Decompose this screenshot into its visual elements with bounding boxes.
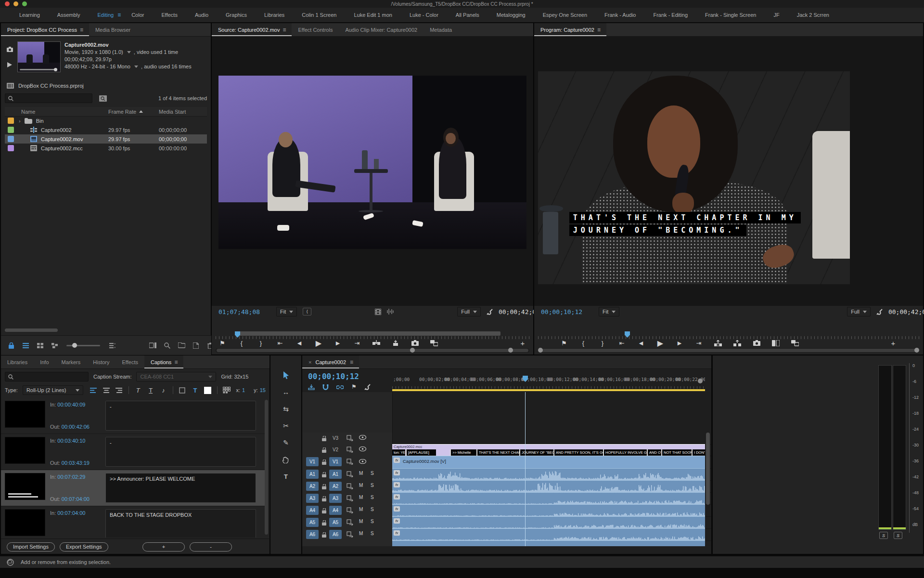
align-right-icon[interactable] bbox=[114, 385, 124, 395]
fraction-display-icon[interactable]: ⟨ bbox=[303, 308, 311, 315]
play-icon[interactable]: ▶ bbox=[315, 339, 322, 348]
solo-button[interactable]: S bbox=[371, 471, 374, 476]
disclosure-icon[interactable]: › bbox=[19, 118, 21, 124]
caption-segment[interactable]: THAT'S THE NEXT CHAP bbox=[476, 449, 520, 456]
close-window-button[interactable] bbox=[5, 1, 10, 6]
project-writable-icon[interactable] bbox=[6, 341, 16, 350]
program-zoom-select[interactable]: Fit bbox=[599, 307, 619, 316]
overwrite-icon[interactable] bbox=[392, 340, 399, 346]
workspace-libraries[interactable]: Libraries bbox=[258, 12, 296, 18]
workspace-color[interactable]: Color bbox=[126, 12, 155, 18]
caption-segment[interactable]: AND OT bbox=[647, 449, 662, 456]
source-timecode[interactable]: 01;07;48;08 bbox=[218, 308, 260, 315]
workspace-graphics[interactable]: Graphics bbox=[220, 12, 258, 18]
solo-button[interactable]: S bbox=[371, 519, 374, 524]
caption-out-time[interactable]: 00:03:43:19 bbox=[62, 460, 90, 466]
track-lock-icon[interactable] bbox=[321, 495, 327, 502]
selection-tool[interactable] bbox=[280, 370, 292, 381]
ripple-edit-tool[interactable]: ⇆ bbox=[280, 404, 292, 414]
tab-sequence[interactable]: × Capture0002 ≡ bbox=[302, 355, 359, 368]
tab-libraries[interactable]: Libraries bbox=[1, 355, 34, 368]
find-icon[interactable] bbox=[162, 341, 172, 350]
caption-segment[interactable]: ton: YE bbox=[392, 449, 405, 456]
panel-menu-icon[interactable]: ≡ bbox=[80, 26, 83, 33]
caption-text-input[interactable]: >> Announcer: PLEASE WELCOME bbox=[105, 473, 256, 503]
background-color-icon[interactable] bbox=[177, 385, 188, 395]
tab-project[interactable]: Project: DropBox CC Process ≡ bbox=[1, 23, 89, 36]
track-lock-icon[interactable] bbox=[321, 447, 327, 453]
go-to-out-icon[interactable]: ⇥ bbox=[353, 340, 361, 347]
source-patch-a5[interactable]: A5 bbox=[306, 518, 319, 527]
mute-button[interactable]: M bbox=[359, 483, 363, 488]
caption-segment[interactable]: HOPEFULLY INVOLVE GRA bbox=[603, 449, 648, 456]
label-swatch[interactable] bbox=[8, 136, 14, 142]
table-row-selected[interactable]: Capture0002.mov 29.97 fps 00;00;00;00 bbox=[5, 134, 207, 144]
caption-in-time[interactable]: 00:07:02:29 bbox=[57, 474, 85, 480]
track-v2[interactable]: V2 Capture0002.mcc ton: YE [APPLAUSE] >>… bbox=[302, 444, 711, 456]
add-marker-icon[interactable]: ⚑ bbox=[218, 340, 226, 347]
audio-clip-a5[interactable]: fx bbox=[392, 516, 705, 529]
new-bin-icon[interactable] bbox=[176, 341, 187, 350]
label-swatch[interactable] bbox=[8, 118, 14, 124]
source-patch-a3[interactable]: A3 bbox=[306, 494, 319, 503]
solo-button[interactable]: S bbox=[371, 483, 374, 488]
tab-history[interactable]: History bbox=[87, 355, 116, 368]
audio-clip-a2[interactable]: fx bbox=[392, 480, 705, 493]
label-swatch[interactable] bbox=[8, 127, 14, 133]
solo-button[interactable]: S bbox=[371, 507, 374, 512]
tab-info[interactable]: Info bbox=[34, 355, 55, 368]
workspace-learning[interactable]: Learning bbox=[13, 12, 51, 18]
zoom-window-button[interactable] bbox=[22, 1, 27, 6]
track-a4[interactable]: A4 A4 M S fx bbox=[302, 504, 711, 517]
track-lock-icon[interactable] bbox=[321, 519, 327, 526]
caption-segment[interactable]: >> Michelle bbox=[450, 449, 477, 456]
insert-overwrite-sequences-icon[interactable] bbox=[308, 384, 315, 390]
source-patch-a1[interactable]: A1 bbox=[306, 470, 319, 479]
go-to-out-icon[interactable]: ⇥ bbox=[695, 340, 703, 347]
caption-in-time[interactable]: 00:03:40:10 bbox=[57, 438, 85, 444]
wrench-icon[interactable] bbox=[487, 309, 493, 315]
tab-captions[interactable]: Captions ≡ bbox=[144, 355, 183, 368]
track-a2[interactable]: A2 A2 M S fx bbox=[302, 480, 711, 493]
sync-lock-icon[interactable] bbox=[346, 446, 353, 453]
sort-icons-icon[interactable] bbox=[107, 341, 117, 350]
column-name[interactable]: Name bbox=[21, 109, 108, 115]
table-row[interactable]: Capture0002 29.97 fps 00;00;00;00 bbox=[5, 125, 207, 134]
track-lock-icon[interactable] bbox=[321, 531, 327, 538]
sync-lock-icon[interactable] bbox=[346, 434, 353, 441]
track-name[interactable]: A1 bbox=[329, 470, 342, 479]
wrench-icon[interactable] bbox=[876, 309, 883, 315]
caption-in-time[interactable]: 00:00:40:09 bbox=[57, 402, 85, 407]
export-frame-icon[interactable] bbox=[753, 340, 760, 346]
caption-position-grid-icon[interactable] bbox=[221, 385, 232, 395]
track-lock-icon[interactable] bbox=[321, 471, 327, 478]
workspace-frank-editing[interactable]: Frank - Editing bbox=[647, 12, 699, 18]
razor-tool[interactable]: ✂ bbox=[280, 420, 292, 431]
track-a3[interactable]: A3 A3 M S fx bbox=[302, 492, 711, 505]
caption-text-input[interactable]: - bbox=[105, 401, 256, 431]
linked-selection-icon[interactable] bbox=[336, 384, 344, 390]
go-to-in-icon[interactable]: ⇤ bbox=[618, 340, 626, 347]
tab-markers[interactable]: Markers bbox=[55, 355, 87, 368]
project-hscrollbar[interactable] bbox=[5, 328, 58, 332]
workspace-assembly[interactable]: Assembly bbox=[51, 12, 92, 18]
tab-effect-controls[interactable]: Effect Controls bbox=[292, 23, 339, 36]
step-forward-icon[interactable]: ▶ bbox=[676, 340, 683, 346]
program-quality-select[interactable]: Full bbox=[847, 307, 871, 316]
workspace-metalogging[interactable]: Metalogging bbox=[491, 12, 537, 18]
source-patch-a4[interactable]: A4 bbox=[306, 506, 319, 515]
caption-text-input[interactable]: - bbox=[105, 437, 256, 467]
track-v3[interactable]: V3 bbox=[302, 433, 711, 445]
music-note-icon[interactable]: ♪ bbox=[158, 385, 168, 395]
mute-button[interactable]: M bbox=[359, 507, 363, 512]
step-back-icon[interactable]: ◀ bbox=[637, 340, 645, 346]
poster-frame-icon[interactable] bbox=[7, 47, 13, 52]
snap-magnet-icon[interactable] bbox=[322, 384, 329, 390]
timeline-timecode[interactable]: 00;00;10;12 bbox=[308, 372, 359, 381]
timeline-settings-wrench-icon[interactable] bbox=[364, 384, 371, 390]
track-a5[interactable]: A5 A5 M S fx bbox=[302, 516, 711, 529]
caption-type-select[interactable]: Roll-Up (2 Lines) bbox=[23, 385, 83, 395]
caption-segment[interactable]: I DON'TAN MALIA -- NO bbox=[692, 449, 705, 456]
workspace-menu-icon[interactable]: ≡ bbox=[117, 12, 121, 18]
import-settings-button[interactable]: Import Settings bbox=[7, 542, 55, 552]
